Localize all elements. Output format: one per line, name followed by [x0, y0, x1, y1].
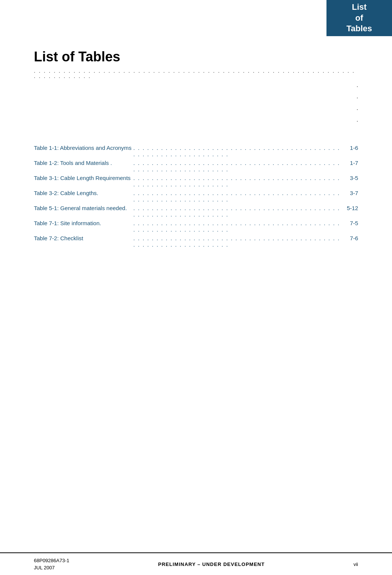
tab-label: List of Tables [346, 2, 372, 34]
dots-separator: . . . . . . . . . . . . . . . . . . . . … [34, 69, 358, 126]
toc-page-number: 1-6 [343, 145, 358, 151]
toc-entries: Table 1-1: Abbreviations and Acronyms . … [34, 145, 358, 248]
toc-entry-title: Table 3-1: Cable Length Requirements [34, 175, 132, 181]
toc-entry-title: Table 7-2: Checklist [34, 235, 132, 241]
toc-entry-title: Table 1-1: Abbreviations and Acronyms [34, 145, 132, 151]
toc-entry[interactable]: Table 1-1: Abbreviations and Acronyms . … [34, 145, 358, 157]
toc-page-number: 1-7 [343, 160, 358, 166]
toc-entry-title: Table 7-1: Site information. [34, 220, 132, 226]
toc-entry-title: Table 5-1: General materials needed. [34, 205, 132, 211]
toc-dots: . . . . . . . . . . . . . . . . . . . . … [132, 220, 343, 233]
toc-entry[interactable]: Table 3-2: Cable Lengths. . . . . . . . … [34, 190, 358, 203]
toc-entry[interactable]: Table 7-2: Checklist . . . . . . . . . .… [34, 235, 358, 248]
toc-entry[interactable]: Table 5-1: General materials needed. . .… [34, 205, 358, 218]
right-dots: .... [34, 79, 358, 126]
footer: 68P09286A73-1 JUL 2007 PRELIMINARY – UND… [0, 552, 392, 575]
doc-date: JUL 2007 [34, 564, 69, 572]
toc-dots: . . . . . . . . . . . . . . . . . . . . … [132, 175, 343, 188]
toc-page-number: 3-7 [343, 190, 358, 196]
page-container: List of Tables List of Tables . . . . . … [0, 0, 392, 575]
toc-entry-title: Table 1-2: Tools and Materials . [34, 160, 132, 166]
toc-entry-title: Table 3-2: Cable Lengths. [34, 190, 132, 196]
page-title: List of Tables [34, 49, 358, 65]
main-content: List of Tables . . . . . . . . . . . . .… [0, 0, 392, 280]
footer-doc-info: 68P09286A73-1 JUL 2007 [34, 557, 69, 572]
footer-center-text: PRELIMINARY – UNDER DEVELOPMENT [69, 561, 354, 567]
toc-page-number: 7-6 [343, 235, 358, 241]
toc-entry[interactable]: Table 7-1: Site information. . . . . . .… [34, 220, 358, 233]
toc-entry[interactable]: Table 1-2: Tools and Materials . . . . .… [34, 160, 358, 172]
toc-page-number: 3-5 [343, 175, 358, 181]
toc-page-number: 5-12 [343, 205, 358, 211]
toc-page-number: 7-5 [343, 220, 358, 226]
toc-dots: . . . . . . . . . . . . . . . . . . . . … [132, 235, 343, 248]
toc-dots: . . . . . . . . . . . . . . . . . . . . … [132, 145, 343, 157]
toc-dots: . . . . . . . . . . . . . . . . . . . . … [132, 205, 343, 218]
section-tab: List of Tables [326, 0, 392, 36]
footer-page-number: vii [354, 561, 358, 567]
toc-entry[interactable]: Table 3-1: Cable Length Requirements . .… [34, 175, 358, 188]
doc-number: 68P09286A73-1 [34, 557, 69, 564]
toc-dots: . . . . . . . . . . . . . . . . . . . . … [132, 160, 343, 172]
toc-dots: . . . . . . . . . . . . . . . . . . . . … [132, 190, 343, 203]
dots-row-main: . . . . . . . . . . . . . . . . . . . . … [34, 69, 358, 79]
